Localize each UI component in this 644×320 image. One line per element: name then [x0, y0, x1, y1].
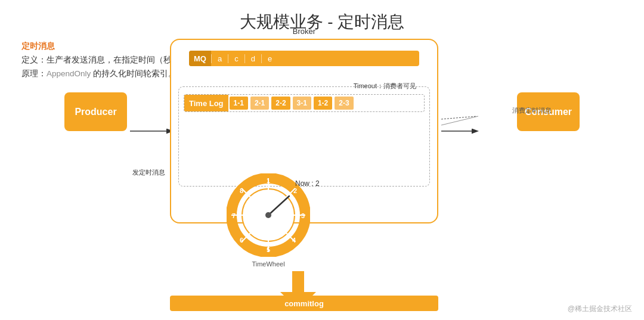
timewheel-label: TimeWheel [252, 260, 284, 268]
mq-bar: MQ a c d e [189, 51, 419, 66]
producer-box: Producer [64, 92, 127, 131]
watermark: @稀土掘金技术社区 [568, 304, 632, 314]
timelog-cell-5: 1-2 [314, 97, 332, 110]
svg-text:1: 1 [267, 177, 270, 184]
svg-text:8: 8 [240, 187, 243, 194]
svg-line-2 [441, 116, 477, 119]
producer-label: Producer [75, 107, 116, 117]
svg-point-21 [265, 212, 271, 218]
commitlog-label: commitlog [284, 299, 324, 308]
mq-cell-d: d [244, 54, 261, 63]
mq-cell-e: e [261, 54, 278, 63]
timelog-area: Time Log 1-1 2-1 2-2 3-1 1-2 2-3 [184, 94, 425, 112]
consumer-arrow-label: 消费定时消息 [512, 106, 552, 115]
mq-label: MQ [189, 51, 211, 66]
svg-text:3: 3 [301, 212, 305, 219]
now-label: Now : 2 [295, 179, 320, 188]
timelog-label: Time Log [184, 95, 228, 111]
svg-line-5 [441, 116, 478, 125]
svg-text:5: 5 [267, 246, 270, 253]
section-heading: 定时消息 [21, 41, 55, 51]
dashed-region: Time Log 1-1 2-1 2-2 3-1 1-2 2-3 [178, 86, 430, 187]
producer-arrow-label: 发定时消息 [132, 168, 165, 177]
timelog-cell-3: 2-2 [271, 97, 290, 110]
mq-cell-c: c [228, 54, 244, 63]
broker-container: Broker MQ a c d e Timeout：消费者可见 Time Log… [170, 39, 438, 223]
mq-cell-a: a [211, 54, 228, 63]
timelog-cell-6: 2-3 [335, 97, 353, 110]
page-title: 大规模业务 - 定时消息 [0, 0, 644, 39]
svg-text:4: 4 [292, 237, 296, 244]
page: 大规模业务 - 定时消息 定时消息 定义：生产者发送消息，在指定时间（秒级）后对… [0, 0, 644, 320]
timelog-cell-1: 1-1 [230, 97, 248, 110]
timelog-cell-2: 2-1 [250, 97, 269, 110]
svg-text:6: 6 [240, 237, 243, 244]
commitlog-bar: commitlog [170, 296, 438, 311]
svg-text:2: 2 [293, 187, 297, 194]
svg-text:7: 7 [232, 212, 236, 219]
broker-label: Broker [293, 27, 315, 36]
timelog-cell-4: 3-1 [293, 97, 311, 110]
